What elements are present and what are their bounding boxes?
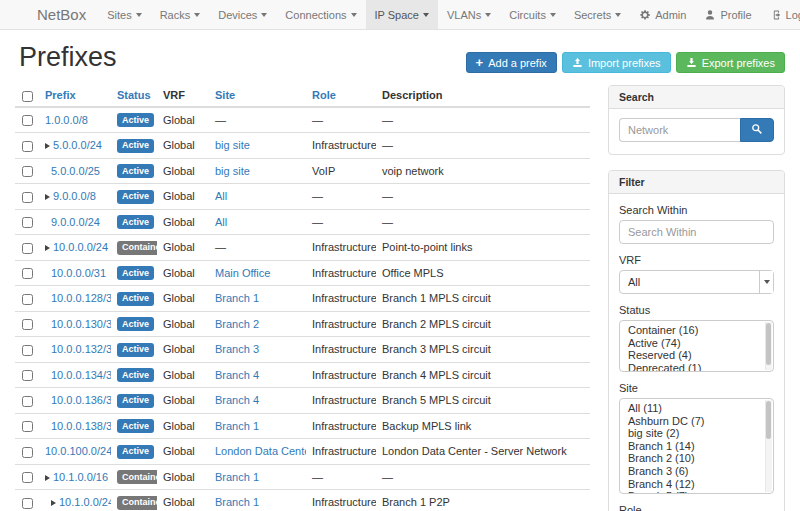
vrf-select[interactable]: All — [619, 270, 774, 294]
column-header-role[interactable]: Role — [306, 85, 376, 107]
brand[interactable]: NetBox — [37, 0, 86, 29]
site-link[interactable]: Branch 4 — [215, 369, 259, 381]
site-link[interactable]: Branch 1 — [215, 420, 259, 432]
prefix-link[interactable]: 10.0.0.138/31 — [51, 420, 111, 432]
row-checkbox[interactable] — [22, 396, 33, 407]
prefix-link[interactable]: 10.0.0.134/31 — [51, 369, 111, 381]
row-checkbox[interactable] — [22, 268, 33, 279]
expand-arrow-icon[interactable] — [45, 194, 50, 200]
nav-item-vlans[interactable]: VLANs — [438, 0, 500, 29]
prefix-indent: 9.0.0.0/8 — [45, 190, 96, 202]
row-checkbox[interactable] — [22, 447, 33, 458]
site-listbox[interactable]: All (11)Ashburn DC (7)big site (2)Branch… — [619, 398, 774, 494]
listbox-option[interactable]: Container (16) — [620, 324, 773, 337]
listbox-option[interactable]: Branch 1 (14) — [620, 440, 773, 453]
nav-item-profile[interactable]: Profile — [695, 0, 760, 29]
row-checkbox[interactable] — [22, 421, 33, 432]
listbox-option[interactable]: Active (74) — [620, 337, 773, 350]
row-checkbox[interactable] — [22, 294, 33, 305]
prefix-link[interactable]: 9.0.0.0/8 — [53, 190, 96, 202]
prefix-link[interactable]: 10.0.100.0/24 — [45, 445, 111, 457]
vrf-cell: Global — [157, 158, 209, 184]
row-checkbox[interactable] — [22, 370, 33, 381]
row-checkbox[interactable] — [22, 345, 33, 356]
status-listbox[interactable]: Container (16)Active (74)Reserved (4)Dep… — [619, 320, 774, 372]
prefix-link[interactable]: 10.1.0.0/24 — [59, 496, 111, 508]
site-link[interactable]: Main Office — [215, 267, 270, 279]
scrollbar-thumb[interactable] — [766, 401, 771, 439]
nav-item-sites[interactable]: Sites — [98, 0, 150, 29]
site-link[interactable]: All — [215, 216, 227, 228]
expand-arrow-icon[interactable] — [45, 143, 50, 149]
export-prefixes-button[interactable]: Export prefixes — [676, 52, 785, 73]
row-checkbox[interactable] — [22, 115, 33, 126]
prefix-link[interactable]: 10.0.0.128/31 — [51, 292, 111, 304]
scrollbar-thumb[interactable] — [766, 323, 771, 365]
listbox-option[interactable]: Branch 4 (12) — [620, 478, 773, 491]
site-link[interactable]: Branch 2 — [215, 318, 259, 330]
row-checkbox[interactable] — [22, 243, 33, 254]
site-link[interactable]: Branch 4 — [215, 394, 259, 406]
prefix-link[interactable]: 10.1.0.0/16 — [53, 471, 108, 483]
nav-item-log-out[interactable]: Log out — [761, 0, 800, 29]
prefix-link[interactable]: 10.0.0.132/31 — [51, 343, 111, 355]
prefix-link[interactable]: 10.0.0.0/31 — [51, 267, 106, 279]
search-within-input[interactable] — [619, 220, 774, 244]
row-checkbox[interactable] — [22, 319, 33, 330]
site-link[interactable]: Branch 1 — [215, 496, 259, 508]
role-cell: Infrastructure — [306, 311, 376, 337]
listbox-option[interactable]: Reserved (4) — [620, 349, 773, 362]
nav-item-circuits[interactable]: Circuits — [500, 0, 565, 29]
site-link[interactable]: big site — [215, 139, 250, 151]
select-all-checkbox[interactable] — [22, 91, 33, 102]
prefix-link[interactable]: 10.0.0.130/31 — [51, 318, 111, 330]
status-badge: Active — [117, 139, 154, 153]
row-checkbox[interactable] — [22, 141, 33, 152]
prefix-link[interactable]: 9.0.0.0/24 — [51, 216, 100, 228]
nav-item-label: VLANs — [447, 9, 481, 21]
import-prefixes-button[interactable]: Import prefixes — [562, 52, 671, 73]
nav-item-devices[interactable]: Devices — [209, 0, 276, 29]
site-link[interactable]: All — [215, 190, 227, 202]
nav-item-secrets[interactable]: Secrets — [565, 0, 630, 29]
site-link[interactable]: Branch 3 — [215, 343, 259, 355]
row-checkbox[interactable] — [22, 498, 33, 509]
nav-item-racks[interactable]: Racks — [151, 0, 210, 29]
table-row: 9.0.0.0/8 Active Global All — — — [15, 184, 590, 210]
row-checkbox[interactable] — [22, 166, 33, 177]
listbox-option[interactable]: Deprecated (1) — [620, 362, 773, 372]
row-checkbox[interactable] — [22, 217, 33, 228]
prefix-link[interactable]: 10.0.0.136/31 — [51, 394, 111, 406]
expand-arrow-icon[interactable] — [51, 500, 56, 506]
add-prefix-button[interactable]: + Add a prefix — [466, 52, 557, 73]
row-checkbox[interactable] — [22, 472, 33, 483]
nav-item-ip-space[interactable]: IP Space — [366, 0, 438, 29]
prefix-indent: 10.1.0.0/16 — [45, 471, 108, 483]
prefix-link[interactable]: 5.0.0.0/25 — [51, 165, 100, 177]
column-header-status[interactable]: Status — [111, 85, 157, 107]
prefix-link[interactable]: 1.0.0.0/8 — [45, 114, 88, 126]
description-cell: Branch 5 MPLS circuit — [376, 388, 590, 414]
expand-arrow-icon[interactable] — [45, 475, 50, 481]
listbox-option[interactable]: Branch 5 (7) — [620, 490, 773, 494]
listbox-option[interactable]: Ashburn DC (7) — [620, 415, 773, 428]
row-checkbox[interactable] — [22, 192, 33, 203]
expand-arrow-icon[interactable] — [45, 245, 50, 251]
nav-item-connections[interactable]: Connections — [276, 0, 365, 29]
site-link[interactable]: London Data Center — [215, 445, 306, 457]
listbox-option[interactable]: big site (2) — [620, 427, 773, 440]
listbox-option[interactable]: Branch 3 (6) — [620, 465, 773, 478]
site-link[interactable]: big site — [215, 165, 250, 177]
site-link[interactable]: Branch 1 — [215, 292, 259, 304]
listbox-option[interactable]: Branch 2 (10) — [620, 452, 773, 465]
prefix-link[interactable]: 5.0.0.0/24 — [53, 139, 102, 151]
nav-item-admin[interactable]: Admin — [630, 0, 695, 29]
listbox-option[interactable]: All (11) — [620, 402, 773, 415]
search-input[interactable] — [619, 118, 740, 142]
column-header-prefix[interactable]: Prefix — [39, 85, 111, 107]
site-link[interactable]: Branch 1 — [215, 471, 259, 483]
search-button[interactable] — [740, 118, 774, 142]
prefix-link[interactable]: 10.0.0.0/24 — [53, 241, 108, 253]
status-badge: Container — [117, 496, 157, 510]
column-header-site[interactable]: Site — [209, 85, 306, 107]
